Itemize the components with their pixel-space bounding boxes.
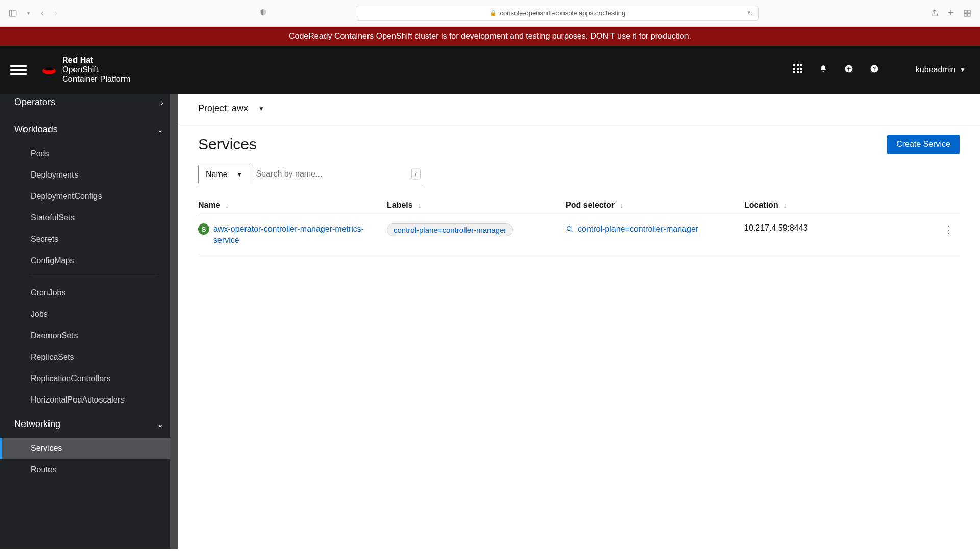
sidebar-section-networking[interactable]: Networking ⌄ (0, 411, 178, 438)
label-pill[interactable]: control-plane=controller-manager (387, 223, 513, 236)
column-header-name[interactable]: Name ↕ (198, 201, 387, 210)
brand-line2: OpenShift (62, 65, 130, 74)
svg-rect-4 (964, 13, 967, 16)
lock-icon: 🔒 (489, 10, 497, 16)
column-header-location[interactable]: Location ↕ (744, 201, 939, 210)
keyboard-shortcut-badge: / (411, 169, 421, 180)
sort-icon: ↕ (418, 202, 422, 209)
column-header-labels[interactable]: Labels ↕ (387, 201, 566, 210)
sidebar-item-daemonsets[interactable]: DaemonSets (0, 325, 178, 346)
address-bar[interactable]: 🔒 console-openshift-console.apps.crc.tes… (356, 6, 759, 21)
sidebar-toggle-icon[interactable] (8, 9, 17, 18)
project-selector[interactable]: Project: awx ▼ (178, 94, 980, 123)
table-header: Name ↕ Labels ↕ Pod selector ↕ Location … (198, 194, 960, 216)
main-content: Project: awx ▼ Services Create Service N… (178, 94, 980, 549)
share-icon[interactable] (930, 9, 939, 18)
sidebar-item-routes[interactable]: Routes (0, 459, 178, 481)
search-icon (566, 225, 574, 233)
service-badge-icon: S (198, 223, 209, 235)
svg-rect-14 (797, 71, 799, 73)
sidebar-item-replicationcontrollers[interactable]: ReplicationControllers (0, 368, 178, 389)
scrollbar[interactable] (170, 94, 178, 549)
sort-icon: ↕ (783, 202, 787, 209)
svg-point-19 (567, 227, 571, 231)
brand-logo[interactable]: Red Hat OpenShift Container Platform (41, 56, 130, 84)
table-row: S awx-operator-controller-manager-metric… (198, 216, 960, 254)
page-title: Services (198, 136, 257, 153)
service-name-link[interactable]: awx-operator-controller-manager-metrics-… (213, 223, 366, 246)
chevron-down-icon[interactable]: ▾ (23, 9, 33, 18)
sidebar-item-configmaps[interactable]: ConfigMaps (0, 250, 178, 271)
back-icon[interactable]: ‹ (39, 8, 46, 18)
brand-line3: Container Platform (62, 74, 130, 84)
sidebar-item-deploymentconfigs[interactable]: DeploymentConfigs (0, 186, 178, 207)
help-icon[interactable]: ? (870, 64, 879, 76)
warning-banner: CodeReady Containers OpenShift cluster i… (0, 27, 980, 46)
svg-rect-5 (968, 13, 970, 16)
reload-icon[interactable]: ↻ (747, 9, 753, 17)
sort-icon: ↕ (620, 202, 623, 209)
svg-rect-12 (800, 68, 802, 70)
sort-icon: ↕ (226, 202, 229, 209)
svg-rect-15 (800, 71, 802, 73)
sidebar-item-statefulsets[interactable]: StatefulSets (0, 207, 178, 229)
sidebar: Operators › Workloads ⌄ Pods Deployments… (0, 94, 178, 549)
apps-icon[interactable] (793, 64, 802, 76)
filter-bar: Name ▼ / (178, 158, 980, 194)
search-input[interactable] (250, 164, 424, 184)
redhat-icon (41, 64, 57, 76)
svg-rect-7 (793, 64, 795, 66)
caret-down-icon: ▼ (258, 105, 264, 112)
sidebar-item-hpa[interactable]: HorizontalPodAutoscalers (0, 389, 178, 411)
plus-circle-icon[interactable] (844, 64, 853, 76)
sidebar-section-operators[interactable]: Operators › (0, 94, 178, 116)
sidebar-item-deployments[interactable]: Deployments (0, 164, 178, 186)
chevron-down-icon: ⌄ (157, 126, 163, 134)
browser-chrome: ▾ ‹ › 🔒 console-openshift-console.apps.c… (0, 0, 980, 27)
nav-divider (31, 277, 157, 277)
masthead: Red Hat OpenShift Container Platform ? k… (0, 46, 980, 94)
column-header-podselector[interactable]: Pod selector ↕ (566, 201, 744, 210)
svg-text:?: ? (873, 65, 876, 71)
location-cell: 10.217.4.59:8443 (744, 223, 939, 233)
caret-down-icon: ▼ (237, 171, 242, 178)
svg-rect-0 (9, 10, 16, 16)
chevron-down-icon: ⌄ (157, 420, 163, 429)
chevron-right-icon: › (161, 98, 163, 107)
new-tab-icon[interactable]: + (946, 9, 955, 18)
caret-down-icon: ▼ (960, 66, 966, 73)
sidebar-item-jobs[interactable]: Jobs (0, 304, 178, 325)
kebab-icon[interactable]: ⋮ (939, 224, 958, 235)
svg-rect-2 (964, 10, 967, 13)
svg-rect-13 (793, 71, 795, 73)
url-text: console-openshift-console.apps.crc.testi… (500, 9, 625, 17)
svg-rect-3 (968, 10, 970, 13)
pod-selector-link[interactable]: control-plane=controller-manager (578, 223, 698, 235)
services-table: Name ↕ Labels ↕ Pod selector ↕ Location … (178, 194, 980, 254)
sidebar-section-workloads[interactable]: Workloads ⌄ (0, 116, 178, 143)
svg-rect-9 (800, 64, 802, 66)
sidebar-item-pods[interactable]: Pods (0, 143, 178, 164)
brand-line1: Red Hat (62, 56, 130, 65)
user-menu[interactable]: kubeadmin ▼ (916, 65, 966, 74)
sidebar-item-secrets[interactable]: Secrets (0, 229, 178, 250)
shield-icon[interactable] (259, 8, 267, 18)
filter-type-dropdown[interactable]: Name ▼ (198, 165, 250, 184)
create-service-button[interactable]: Create Service (887, 135, 960, 154)
svg-rect-11 (797, 68, 799, 70)
bell-icon[interactable] (819, 64, 828, 76)
sidebar-item-cronjobs[interactable]: CronJobs (0, 282, 178, 304)
svg-line-20 (571, 230, 572, 232)
svg-rect-8 (797, 64, 799, 66)
svg-rect-10 (793, 68, 795, 70)
tabs-icon[interactable] (963, 9, 972, 18)
sidebar-item-services[interactable]: Services (0, 438, 178, 459)
forward-icon[interactable]: › (52, 8, 59, 18)
sidebar-item-replicasets[interactable]: ReplicaSets (0, 346, 178, 368)
hamburger-icon[interactable] (10, 62, 27, 78)
